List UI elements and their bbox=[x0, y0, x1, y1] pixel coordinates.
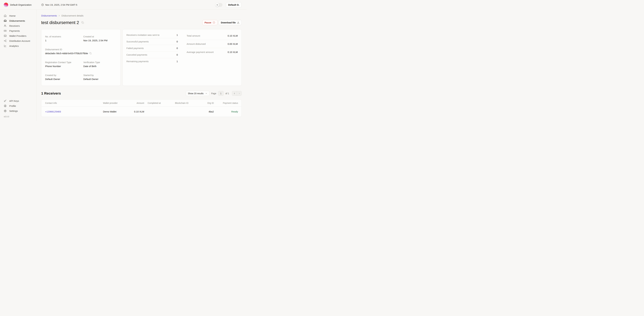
total-value: 0.10 XLM bbox=[228, 51, 238, 53]
sidebar-item-label: Profile bbox=[9, 105, 16, 107]
sidebar-item-label: Home bbox=[9, 14, 16, 17]
org-logo bbox=[4, 3, 8, 7]
stat-value: 0 bbox=[176, 53, 178, 56]
show-results-value: Show 20 results bbox=[188, 92, 204, 95]
cell-amount: 0.10 XLM bbox=[133, 110, 144, 113]
receivers-table: Contact info Wallet provider Amount Comp… bbox=[41, 99, 242, 117]
col-header-payment-status: Payment status bbox=[214, 102, 238, 104]
banknote-icon bbox=[4, 29, 6, 32]
page-number-input[interactable] bbox=[218, 91, 224, 96]
field-disbursement-id: Disbursement ID deba3a6c-56c5-4ddd-b433-… bbox=[45, 48, 117, 55]
sidebar: Home Disbursements Receivers Payments Wa… bbox=[0, 10, 36, 121]
previous-page-button[interactable] bbox=[232, 91, 237, 96]
pause-button[interactable]: Pause bbox=[202, 20, 218, 25]
show-results-select[interactable]: Show 20 results bbox=[186, 91, 210, 96]
receiver-contact-link[interactable]: +12066125483 bbox=[45, 110, 61, 113]
copy-title-button[interactable] bbox=[81, 21, 84, 24]
breadcrumb-disbursements[interactable]: Disbursements bbox=[41, 14, 57, 17]
col-header-contact-info: Contact info bbox=[45, 102, 103, 104]
sidebar-item-payments[interactable]: Payments bbox=[0, 28, 36, 33]
chevron-down-icon bbox=[205, 92, 208, 94]
sidebar-nav: Home Disbursements Receivers Payments Wa… bbox=[0, 13, 36, 48]
main-content: Disbursements Disbursement details test … bbox=[36, 10, 246, 121]
total-value: 0.10 XLM bbox=[228, 34, 238, 37]
sidebar-item-distribution-account[interactable]: Distribution Account bbox=[0, 38, 36, 43]
field-value: 1 bbox=[45, 39, 83, 42]
total-label: Amount disbursed bbox=[187, 42, 206, 45]
copy-icon bbox=[89, 52, 92, 54]
stat-value: 0 bbox=[176, 40, 178, 43]
breadcrumb-current: Disbursement details bbox=[62, 14, 84, 17]
copy-id-button[interactable] bbox=[89, 52, 92, 54]
field-no-of-receivers: No. of receivers 1 bbox=[45, 35, 83, 42]
disbursement-details-card: No. of receivers 1 Created at Nov 19, 20… bbox=[41, 29, 120, 86]
sidebar-item-label: API Keys bbox=[9, 100, 19, 102]
col-header-blockchain-id: Blockchain ID bbox=[175, 102, 198, 104]
stat-label: Failed payments bbox=[126, 47, 144, 49]
sidebar-footer: API Keys Profile Settings v5.0.0 bbox=[0, 98, 36, 118]
sidebar-item-profile[interactable]: Profile bbox=[0, 103, 36, 108]
sidebar-item-label: Disbursements bbox=[9, 19, 25, 22]
col-header-wallet-provider: Wallet provider bbox=[103, 102, 133, 104]
sidebar-item-analytics[interactable]: Analytics bbox=[0, 43, 36, 48]
table-row: +12066125483 Demo Wallet 0.10 XLM 4ba2 R… bbox=[41, 106, 242, 117]
sidebar-item-api-keys[interactable]: API Keys bbox=[0, 98, 36, 103]
topbar-datetime: Nov 19, 2025, 2:54 PM GMT-5 bbox=[41, 3, 216, 6]
field-label: No. of receivers bbox=[45, 35, 83, 38]
total-row-total-amount: Total amount 0.10 XLM bbox=[187, 33, 238, 40]
cell-payment-status: Ready bbox=[214, 110, 238, 113]
cell-wallet-provider: Demo Wallet bbox=[103, 110, 133, 113]
sidebar-item-label: Wallet Providers bbox=[9, 34, 26, 37]
sidebar-item-label: Payments bbox=[9, 29, 20, 32]
sidebar-item-label: Distribution Account bbox=[9, 39, 30, 42]
field-verification-type: Verification Type Date of Birth bbox=[83, 61, 117, 67]
sidebar-item-label: Receivers bbox=[9, 24, 20, 27]
field-value: Default Owner bbox=[83, 78, 117, 80]
field-value: Phone Number bbox=[45, 65, 83, 67]
stat-row-invitations: Receivers invitation was sent to 1 bbox=[126, 33, 178, 38]
home-icon bbox=[4, 14, 6, 17]
sun-icon bbox=[216, 4, 218, 6]
field-registration-contact-type: Registration Contact Type Phone Number bbox=[45, 61, 83, 67]
sidebar-item-home[interactable]: Home bbox=[0, 13, 36, 18]
chevron-right-icon bbox=[238, 92, 240, 94]
network-icon bbox=[4, 39, 6, 42]
field-label: Registration Contact Type bbox=[45, 61, 83, 64]
stats-list: Receivers invitation was sent to 1 Succe… bbox=[126, 33, 178, 82]
field-label: Started by bbox=[83, 74, 117, 76]
download-button-label: Download file bbox=[221, 21, 236, 24]
field-value: Date of Birth bbox=[83, 65, 117, 67]
copy-icon bbox=[81, 21, 84, 24]
field-created-at: Created at Nov 19, 2025, 2:54 PM bbox=[83, 35, 117, 42]
stat-value: 0 bbox=[176, 47, 178, 49]
download-file-button[interactable]: Download file bbox=[219, 20, 242, 25]
page-label: Page bbox=[211, 92, 216, 95]
field-value: deba3a6c-56c5-4ddd-b433-f7f3b207fb9e bbox=[45, 52, 117, 55]
pagination: Show 20 results Page of 1 bbox=[186, 91, 242, 96]
field-created-by: Created by Default Owner bbox=[45, 74, 83, 80]
download-icon bbox=[237, 21, 240, 24]
user-circle-icon bbox=[4, 104, 6, 107]
stat-row-failed: Failed payments 0 bbox=[126, 45, 178, 51]
table-header-row: Contact info Wallet provider Amount Comp… bbox=[41, 100, 242, 106]
receivers-title: 1 Receivers bbox=[41, 91, 61, 95]
users-icon bbox=[4, 24, 6, 27]
stat-value: 1 bbox=[176, 60, 178, 63]
next-page-button[interactable] bbox=[237, 91, 242, 96]
stat-label: Receivers invitation was sent to bbox=[126, 34, 160, 36]
totals-list: Total amount 0.10 XLM Amount disbursed 0… bbox=[187, 33, 238, 82]
total-label: Total amount bbox=[187, 34, 200, 37]
col-header-amount: Amount bbox=[133, 102, 144, 104]
account-button[interactable]: Default O. bbox=[226, 2, 242, 7]
stat-row-remaining: Remaining payments 1 bbox=[126, 58, 178, 64]
sidebar-item-receivers[interactable]: Receivers bbox=[0, 23, 36, 28]
field-value: Nov 19, 2025, 2:54 PM bbox=[83, 39, 117, 42]
details-grid: No. of receivers 1 Created at Nov 19, 20… bbox=[45, 35, 117, 87]
summary-cards: No. of receivers 1 Created at Nov 19, 20… bbox=[41, 29, 242, 86]
theme-toggle[interactable] bbox=[216, 3, 222, 7]
sidebar-item-disbursements[interactable]: Disbursements bbox=[0, 18, 36, 23]
total-label: Average payment amount bbox=[187, 51, 214, 53]
sidebar-item-settings[interactable]: Settings bbox=[0, 108, 36, 113]
sidebar-item-label: Settings bbox=[9, 110, 18, 112]
sidebar-item-wallet-providers[interactable]: Wallet Providers bbox=[0, 33, 36, 38]
